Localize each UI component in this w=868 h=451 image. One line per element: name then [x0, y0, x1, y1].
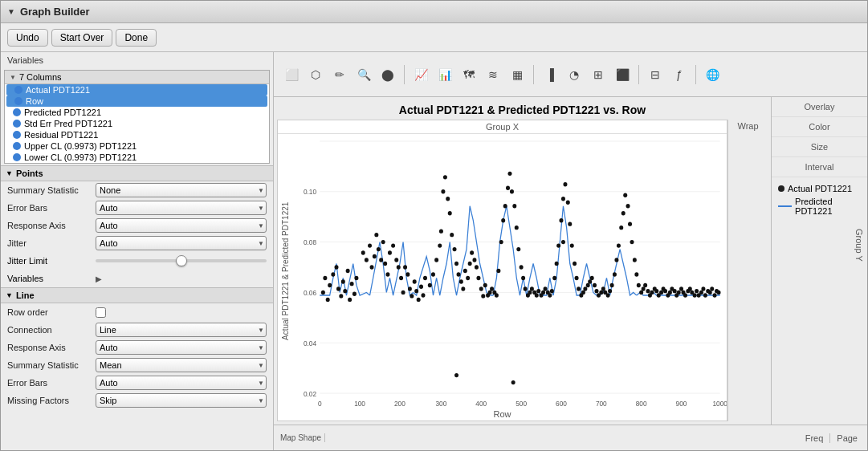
svg-point-158: [637, 283, 641, 287]
undo-button[interactable]: Undo: [7, 29, 48, 47]
svg-point-179: [683, 293, 687, 297]
line-response-axis-select[interactable]: Auto Left Right: [96, 340, 267, 355]
svg-point-74: [450, 233, 454, 237]
brush-tool-icon[interactable]: ✏: [328, 63, 351, 86]
missing-factors-select[interactable]: Skip None: [96, 393, 267, 408]
column-item[interactable]: Row: [6, 95, 267, 107]
points-response-axis-select[interactable]: Auto Left Right: [96, 218, 267, 233]
map-shape-label: Map Shape: [277, 433, 325, 442]
area-chart-icon[interactable]: ≋: [482, 63, 504, 86]
freq-button[interactable]: Freq: [799, 433, 831, 443]
map-icon[interactable]: 🗺: [458, 63, 480, 86]
svg-point-123: [559, 218, 563, 222]
svg-point-128: [570, 243, 574, 247]
column-item[interactable]: Actual PDT1221: [6, 84, 267, 95]
col-icon: [13, 120, 21, 128]
svg-point-29: [336, 286, 340, 291]
vbar-icon[interactable]: ▐: [539, 63, 561, 86]
svg-point-133: [581, 291, 585, 295]
scatter-container[interactable]: 0.02 0.04 0.06 0.08 0.10 0 100 200: [293, 134, 727, 408]
size-button[interactable]: Size: [772, 137, 867, 157]
svg-point-103: [515, 226, 519, 230]
svg-point-23: [321, 291, 325, 295]
jitter-limit-thumb[interactable]: [176, 255, 187, 266]
col-icon: [14, 97, 22, 105]
top-toolbar: Undo Start Over Done: [1, 23, 867, 52]
summary-statistic-select[interactable]: None Mean Median: [96, 183, 267, 197]
zoom-tool-icon[interactable]: 🔍: [352, 63, 375, 86]
svg-point-71: [443, 175, 447, 179]
line-chart-icon[interactable]: 📈: [410, 63, 432, 86]
connection-select[interactable]: Line None Smooth: [96, 323, 267, 337]
select-tool-icon[interactable]: ⬜: [280, 63, 303, 86]
line-error-bars-select[interactable]: Auto None: [96, 376, 267, 390]
column-item[interactable]: Upper CL (0.9973) PDT1221: [5, 140, 269, 152]
title-bar: ▼ Graph Builder: [1, 1, 867, 23]
line-error-bars-row: Error Bars Auto None: [1, 374, 273, 392]
line-summary-statistic-row: Summary Statistic Mean None Median: [1, 356, 273, 374]
start-over-button[interactable]: Start Over: [51, 29, 113, 47]
col-icon: [13, 131, 21, 139]
svg-point-101: [510, 189, 514, 193]
column-item[interactable]: Residual PDT1221: [5, 129, 269, 140]
variables-label: Variables: [1, 52, 273, 68]
column-item[interactable]: Lower CL (0.9973) PDT1221: [5, 152, 269, 163]
circle-icon[interactable]: ⬤: [377, 63, 399, 86]
script-icon[interactable]: ƒ: [668, 63, 691, 86]
svg-point-32: [343, 289, 347, 293]
svg-point-68: [438, 243, 442, 247]
graph-frame: Group X Actual PDT1221 & Predicted PDT12…: [277, 120, 727, 421]
line-section-header[interactable]: ▼ Line: [1, 287, 273, 303]
column-item[interactable]: Predicted PDT1221: [5, 107, 269, 118]
left-panel-scroll[interactable]: ▼ Points Summary Statistic None Mean Med…: [1, 165, 273, 450]
line-error-bars-label: Error Bars: [7, 378, 96, 388]
svg-point-102: [512, 204, 516, 208]
jitter-limit-label: Jitter Limit: [7, 256, 96, 266]
group-x-label: Group X: [278, 120, 727, 134]
jitter-select[interactable]: Auto None All: [96, 236, 267, 250]
heat-map-icon[interactable]: ▦: [506, 63, 528, 86]
collapse-icon[interactable]: ▼: [7, 7, 15, 16]
svg-point-131: [577, 286, 581, 291]
svg-point-159: [639, 291, 643, 295]
jitter-limit-slider[interactable]: [96, 259, 267, 262]
missing-factors-select-wrapper: Skip None: [96, 393, 267, 408]
svg-point-105: [520, 265, 524, 269]
points-error-bars-select[interactable]: Auto None: [96, 201, 267, 215]
overlay-button[interactable]: Overlay: [772, 97, 867, 117]
svg-point-59: [413, 279, 417, 283]
grid-icon[interactable]: ⊞: [587, 63, 609, 86]
column-item[interactable]: Std Err Pred PDT1221: [5, 118, 269, 129]
svg-point-91: [488, 291, 492, 295]
svg-text:200: 200: [394, 400, 405, 408]
points-section-header[interactable]: ▼ Points: [1, 165, 273, 181]
separator-2: [533, 65, 534, 84]
svg-text:0.08: 0.08: [304, 238, 316, 246]
svg-point-79: [461, 286, 465, 291]
svg-point-96: [499, 240, 503, 244]
lasso-tool-icon[interactable]: ⬡: [304, 63, 327, 86]
row-order-label: Row order: [7, 307, 96, 317]
color-button[interactable]: Color: [772, 117, 867, 137]
svg-point-65: [428, 283, 432, 287]
svg-text:600: 600: [556, 400, 567, 408]
svg-point-34: [348, 298, 352, 302]
svg-point-25: [326, 298, 330, 302]
map2-icon[interactable]: 🌐: [701, 63, 723, 86]
done-button[interactable]: Done: [116, 29, 157, 47]
svg-point-106: [521, 276, 525, 280]
interval-button[interactable]: Interval: [772, 157, 867, 177]
page-button[interactable]: Page: [830, 433, 864, 443]
columns-header[interactable]: ▼ 7 Columns: [5, 71, 269, 84]
pie-icon[interactable]: ◔: [563, 63, 585, 86]
svg-point-186: [699, 291, 703, 295]
treemap-icon[interactable]: ⬛: [611, 63, 634, 86]
svg-point-135: [586, 283, 590, 287]
row-order-checkbox[interactable]: [96, 307, 106, 318]
svg-point-112: [535, 293, 539, 297]
svg-point-37: [354, 276, 358, 280]
bar-chart-icon[interactable]: 📊: [434, 63, 456, 86]
table-icon[interactable]: ⊟: [644, 63, 666, 86]
line-summary-statistic-select[interactable]: Mean None Median: [96, 358, 267, 372]
group-y-label: Group Y: [772, 226, 867, 265]
